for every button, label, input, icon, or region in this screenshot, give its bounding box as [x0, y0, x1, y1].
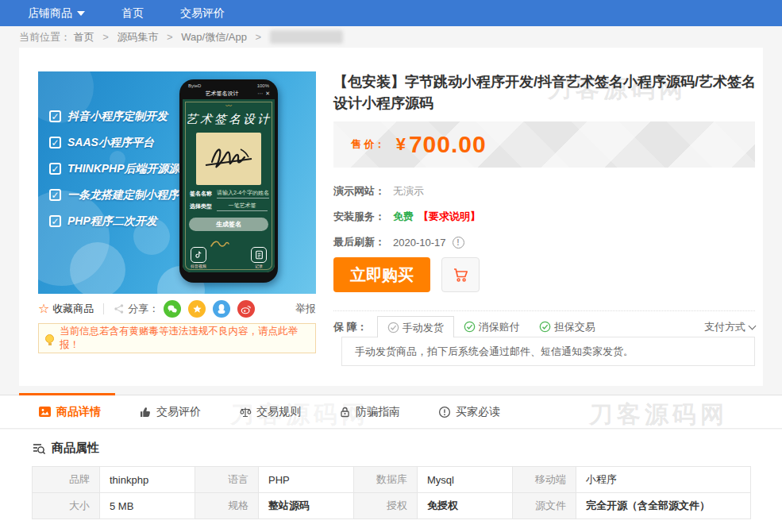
document-icon	[251, 247, 267, 263]
top-navbar: 店铺商品 首页 交易评价	[0, 0, 782, 26]
phone-bottom-bar: 抖音视频 记录	[183, 247, 275, 268]
info-icon[interactable]: !	[453, 237, 464, 249]
tiktok-entry[interactable]: 抖音视频	[191, 247, 206, 268]
guarantee-tab-label: 消保赔付	[479, 316, 520, 337]
guarantee-tab-manual-delivery[interactable]: 手动发货	[377, 316, 454, 337]
buy-now-button[interactable]: 立即购买	[333, 257, 430, 292]
weibo-share-icon[interactable]	[237, 300, 255, 318]
attr-value-brand: thinkphp	[100, 467, 195, 493]
promo-checklist-item: THINKPHP后端开源源码	[49, 156, 191, 182]
form-label: 选择类型	[190, 202, 212, 210]
requirements-link[interactable]: 【要求说明】	[418, 210, 480, 224]
attr-label-sourcefile: 源文件	[513, 493, 576, 519]
attr-label-brand: 品牌	[33, 467, 100, 493]
warning-box: 当前信息若含有黄赌毒等违法违规不良内容，请点此举报！	[38, 323, 316, 353]
form-input[interactable]: 请输入2-4个字的姓名	[217, 189, 269, 199]
detail-section: 商品属性 品牌 thinkphp 语言 PHP 数据库 Mysql 移动端 小程…	[0, 430, 782, 532]
active-tab-indicator	[19, 393, 115, 395]
field-value: 免费	[393, 210, 414, 224]
promo-checklist-item: PHP程序二次开发	[49, 208, 191, 234]
field-last-refresh: 最后刷新： 2020-10-17 !	[333, 235, 464, 249]
breadcrumb-home[interactable]: 首页	[74, 31, 94, 43]
phone-menu-icon: ⋯	[257, 91, 264, 97]
field-label: 演示网站：	[333, 184, 385, 199]
attr-value-size: 5 MB	[100, 493, 195, 519]
tab-trade-rules[interactable]: 交易规则	[239, 405, 301, 419]
promo-checklist-label: THINKPHP后端开源源码	[67, 162, 191, 176]
share-label: 分享：	[128, 302, 159, 316]
nav-shop-products[interactable]: 店铺商品	[28, 6, 85, 21]
form-select[interactable]: 一笔艺术签	[217, 202, 268, 211]
scales-icon	[239, 406, 252, 418]
tab-label: 买家必读	[456, 405, 500, 419]
promo-checklist-label: 抖音小程序定制开发	[67, 110, 168, 124]
field-install-service: 安装服务： 免费 【要求说明】	[333, 210, 480, 224]
app-heading: 艺术签名设计	[183, 112, 275, 127]
phone-app-titlebar: 艺术签名设计 ⋯ ✕	[183, 89, 275, 99]
tab-buyer-must-read[interactable]: 买家必读	[438, 405, 500, 419]
checkbox-icon	[49, 110, 61, 122]
breadcrumb-category[interactable]: Wap/微信/App	[181, 31, 247, 43]
tab-label: 交易评价	[156, 405, 201, 419]
field-value: 2020-10-17	[393, 237, 446, 249]
attr-label-spec: 规格	[195, 493, 259, 519]
product-card: 抖音小程序定制开发 SAAS小程序平台 THINKPHP后端开源源码 一条龙搭建…	[19, 48, 763, 386]
field-label: 最后刷新：	[333, 235, 385, 249]
product-title: 【包安装】字节跳动小程序开发/抖音艺术签名小程序源码/艺术签名设计小程序源码	[333, 71, 761, 114]
thumbs-up-icon	[139, 406, 152, 418]
tab-anti-fraud-guide[interactable]: 防骗指南	[339, 405, 400, 419]
promo-checklist-item: 一条龙搭建定制小程序	[49, 182, 191, 208]
tab-label: 商品详情	[56, 405, 101, 419]
currency-symbol: ¥	[396, 134, 406, 155]
payment-methods-toggle[interactable]: 支付方式	[704, 316, 755, 337]
guarantee-tab-label: 担保交易	[554, 316, 595, 337]
form-row-name: 签名名称 请输入2-4个字的姓名	[183, 189, 275, 199]
qzone-share-icon[interactable]	[188, 300, 206, 318]
attributes-table: 品牌 thinkphp 语言 PHP 数据库 Mysql 移动端 小程序 大小 …	[32, 466, 751, 519]
report-link[interactable]: 举报	[295, 302, 316, 316]
attr-value-language: PHP	[259, 467, 354, 493]
tab-product-details[interactable]: 商品详情	[38, 405, 101, 419]
divider	[103, 303, 104, 314]
promo-checklist-label: 一条龙搭建定制小程序	[67, 188, 179, 202]
generate-signature-button[interactable]: 生成签名	[189, 218, 268, 231]
tab-label: 交易规则	[256, 405, 301, 419]
wechat-share-icon[interactable]	[164, 300, 181, 318]
favorite-button[interactable]: 收藏商品	[52, 302, 94, 316]
guarantee-tab-consumer-protection[interactable]: 消保赔付	[454, 316, 530, 337]
attr-value-license: 免授权	[418, 493, 513, 519]
nav-home[interactable]: 首页	[121, 6, 144, 21]
table-row: 大小 5 MB 规格 整站源码 授权 免授权 源文件 完全开源（含全部源文件）	[33, 493, 751, 519]
field-label: 安装服务：	[333, 210, 385, 224]
nav-trade-reviews[interactable]: 交易评价	[180, 6, 225, 21]
warning-text[interactable]: 当前信息若含有黄赌毒等违法违规不良内容，请点此举报！	[60, 325, 309, 352]
guarantee-label: 保 障：	[333, 316, 368, 337]
favorite-share-row: ☆ 收藏商品 分享： 举报	[38, 300, 316, 318]
list-search-icon	[32, 441, 46, 456]
watermark: 刀客源码网	[589, 399, 728, 431]
breadcrumb-prefix: 当前位置：	[19, 31, 71, 43]
tab-trade-reviews[interactable]: 交易评价	[139, 405, 201, 419]
records-entry[interactable]: 记录	[251, 247, 267, 268]
check-circle-icon	[387, 322, 399, 333]
add-to-cart-button[interactable]	[441, 257, 480, 292]
phone-app-title: 艺术签名设计	[187, 90, 257, 98]
price-value: 700.00	[409, 131, 487, 158]
product-details-icon	[38, 405, 52, 418]
product-image[interactable]: 抖音小程序定制开发 SAAS小程序平台 THINKPHP后端开源源码 一条龙搭建…	[38, 71, 316, 294]
breadcrumb-market[interactable]: 源码集市	[117, 31, 158, 43]
check-circle-icon	[539, 321, 551, 333]
qq-share-icon[interactable]	[213, 300, 230, 318]
share-icon	[114, 303, 125, 314]
tab-label: 防骗指南	[356, 405, 400, 419]
star-icon: ☆	[38, 303, 49, 315]
checkbox-icon	[49, 163, 61, 175]
attr-label-database: 数据库	[354, 467, 418, 493]
checkbox-icon	[49, 189, 61, 201]
check-circle-icon	[464, 321, 476, 333]
signature-stroke-icon	[201, 138, 256, 179]
gold-swirl-icon: 〰	[183, 103, 275, 110]
attr-label-size: 大小	[33, 493, 100, 519]
guarantee-tab-escrow[interactable]: 担保交易	[530, 316, 605, 337]
breadcrumb: 当前位置： 首页 > 源码集市 > Wap/微信/App >	[0, 26, 782, 48]
